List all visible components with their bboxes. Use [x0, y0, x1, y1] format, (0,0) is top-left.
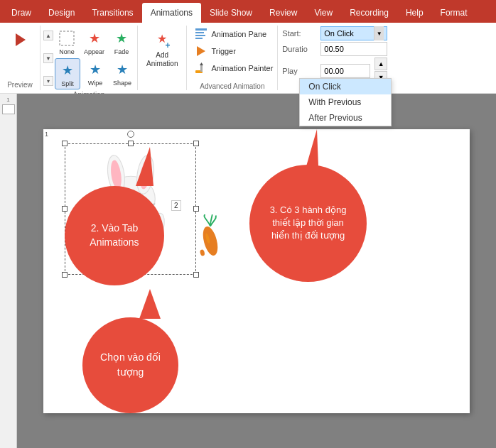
advanced-animation-label: Advanced Animation: [191, 81, 273, 90]
svg-marker-13: [197, 46, 205, 56]
svg-rect-9: [195, 28, 207, 31]
delay-value: 00.00: [324, 67, 344, 75]
callout-1-text: 2. Vào Tab Animations: [65, 186, 164, 285]
shape-icon: ★: [112, 60, 132, 80]
add-animation-button[interactable]: ★ + Add Animation: [144, 27, 180, 70]
carrot-object[interactable]: [196, 214, 225, 263]
fade-animation[interactable]: ★ Fade: [109, 27, 134, 57]
preview-group: Preview: [0, 26, 41, 90]
fade-icon: ★: [112, 28, 131, 48]
with-previous-option[interactable]: With Previous: [300, 94, 391, 110]
tab-view[interactable]: View: [306, 3, 341, 23]
advanced-animation-group: Animation Pane Trigger Animation Painter…: [187, 26, 278, 90]
tab-draw[interactable]: Draw: [3, 3, 40, 23]
handle-tr[interactable]: [193, 141, 199, 146]
svg-text:★: ★: [117, 62, 128, 77]
none-animation[interactable]: None: [55, 27, 79, 57]
slide-main: 1: [17, 94, 496, 448]
tab-design[interactable]: Design: [40, 3, 83, 23]
svg-marker-0: [16, 33, 26, 46]
animation-painter-icon: [194, 61, 208, 75]
add-animation-label: Add Animation: [146, 51, 178, 68]
wipe-icon: ★: [85, 60, 105, 80]
wipe-animation[interactable]: ★ Wipe: [83, 58, 107, 89]
animation-number-badge: 2: [171, 200, 181, 211]
animation-pane-icon: [194, 27, 208, 41]
svg-rect-12: [195, 38, 203, 39]
slide-panel: 1: [0, 94, 17, 448]
svg-marker-41: [306, 129, 318, 166]
callout-2-text: 3. Có 3 hành động thiết lập thời gian hi…: [249, 165, 367, 282]
slide-area: 1 1: [0, 94, 496, 448]
slide-canvas: 1: [43, 129, 470, 413]
delay-input[interactable]: 00.00: [320, 64, 370, 78]
tab-format[interactable]: Format: [432, 3, 476, 23]
slide-thumbnail[interactable]: [2, 104, 15, 114]
handle-mr[interactable]: [193, 206, 199, 212]
trigger-icon: [194, 44, 208, 58]
animation-painter-label: Animation Painter: [211, 64, 273, 72]
animation-group: ▲ ▼ ▾ None ★: [41, 26, 138, 90]
animation-pane-label: Animation Pane: [211, 30, 266, 38]
callout-animations: 2. Vào Tab Animations: [65, 186, 164, 285]
start-row: Start: On Click ▼: [282, 26, 387, 41]
animation-items: None ★ Appear ★ Fade: [55, 27, 134, 89]
preview-icon: [9, 28, 31, 51]
tab-review[interactable]: Review: [261, 3, 306, 23]
animation-scroll: ▲ ▼ ▾: [43, 30, 53, 87]
duration-label: Duratio: [282, 45, 318, 53]
svg-text:+: +: [166, 40, 171, 50]
scroll-down-button[interactable]: ▼: [43, 53, 53, 63]
svg-point-38: [200, 248, 205, 256]
tab-transitions[interactable]: Transitions: [83, 3, 141, 23]
preview-label: Preview: [7, 81, 33, 89]
svg-text:★: ★: [116, 31, 127, 45]
start-dropdown-arrow[interactable]: ▼: [374, 26, 384, 40]
svg-rect-11: [195, 35, 205, 36]
split-icon: ★: [58, 60, 77, 80]
tab-help[interactable]: Help: [397, 3, 432, 23]
svg-marker-40: [136, 147, 153, 186]
on-click-option[interactable]: On Click: [300, 79, 391, 94]
rotation-handle[interactable]: [127, 131, 134, 138]
svg-text:★: ★: [62, 63, 73, 77]
ribbon: Preview ▲ ▼ ▾ None: [0, 23, 496, 94]
preview-button[interactable]: [6, 27, 34, 53]
trigger-label: Trigger: [211, 47, 235, 55]
start-dropdown-menu: On Click With Previous After Previous: [299, 78, 392, 126]
duration-input[interactable]: 00.50: [320, 42, 387, 56]
add-animation-group: ★ + Add Animation: [138, 26, 187, 90]
duration-row: Duratio 00.50: [282, 41, 387, 57]
trigger-button[interactable]: Trigger: [191, 43, 273, 60]
slide-number-label: 1: [6, 97, 9, 103]
split-animation[interactable]: ★ Split: [55, 58, 80, 89]
scroll-more-button[interactable]: ▾: [43, 76, 53, 86]
svg-text:★: ★: [90, 62, 101, 77]
appear-icon: ★: [85, 28, 104, 48]
shape-animation[interactable]: ★ Shape: [110, 58, 134, 89]
none-icon: [57, 28, 77, 48]
animation-painter-button[interactable]: Animation Painter: [191, 60, 273, 77]
scroll-up-button[interactable]: ▲: [43, 31, 53, 40]
animation-pane-button[interactable]: Animation Pane: [191, 26, 273, 43]
add-animation-icon: ★ +: [151, 28, 173, 51]
svg-marker-42: [139, 289, 161, 319]
appear-animation[interactable]: ★ Appear: [82, 27, 107, 57]
handle-tc[interactable]: [128, 141, 134, 146]
timing-group: Start: On Click ▼ Duratio 00.50 Play 00.…: [278, 26, 392, 90]
after-previous-option[interactable]: After Previous: [300, 110, 391, 126]
svg-rect-1: [60, 31, 74, 45]
start-label: Start:: [282, 29, 318, 38]
svg-rect-15: [200, 65, 203, 72]
tab-recording[interactable]: Recording: [341, 3, 397, 23]
handle-br[interactable]: [193, 272, 199, 278]
tab-animations[interactable]: Animations: [142, 3, 201, 23]
handle-tl[interactable]: [62, 141, 68, 146]
callout-3-text: Chọn vào đối tượng: [82, 317, 178, 413]
tab-slideshow[interactable]: Slide Show: [201, 3, 261, 23]
start-select[interactable]: On Click ▼: [320, 26, 387, 40]
move-earlier-button[interactable]: ▲: [374, 58, 387, 70]
svg-rect-10: [195, 32, 204, 33]
svg-marker-16: [200, 62, 203, 65]
tab-bar: Draw Design Transitions Animations Slide…: [0, 0, 496, 23]
